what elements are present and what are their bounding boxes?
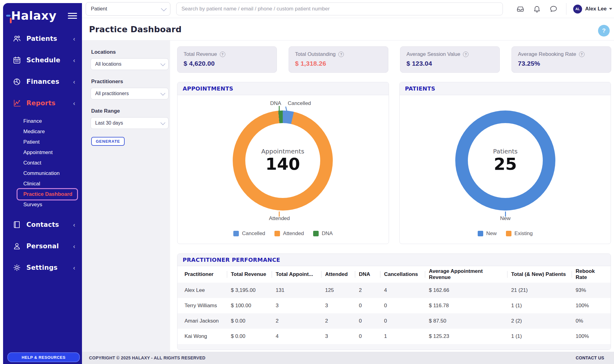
subnav-item-appointment[interactable]: Appointment xyxy=(3,147,82,158)
appointments-donut-chart: Appointments 140 xyxy=(233,110,333,211)
subnav-item-surveys[interactable]: Surveys xyxy=(3,199,82,210)
sidebar-item-finances[interactable]: Finances ‹ xyxy=(7,75,78,88)
help-button[interactable]: ? xyxy=(598,25,610,37)
chevron-down-icon xyxy=(161,61,165,66)
sidebar-item-patients[interactable]: Patients ‹ xyxy=(7,32,78,45)
sidebar-item-reports[interactable]: Reports ‹ xyxy=(7,96,78,110)
subnav-item-finance[interactable]: Finance xyxy=(3,116,82,126)
practitioners-select[interactable]: All practitioners xyxy=(91,88,169,99)
topbar-divider xyxy=(566,3,566,15)
subnav-item-label: Practice Dashboard xyxy=(23,191,72,197)
cell-attended: 2 xyxy=(325,318,359,324)
patients-center-label: Patients xyxy=(493,148,518,155)
cell-practitioner: Terry Williams xyxy=(185,303,231,309)
appointments-panel: APPOINTMENTS DNA Cancelled Appointments … xyxy=(177,82,389,244)
sidebar-item-label: Finances xyxy=(26,78,59,85)
chevron-down-icon xyxy=(161,120,165,125)
help-resources-button[interactable]: HELP & RESOURCES xyxy=(7,352,80,362)
legend-label: New xyxy=(486,230,497,237)
caret-down-icon xyxy=(609,8,612,10)
cancelled-callout-label: Cancelled xyxy=(282,100,316,106)
cell-avg-appointment-revenue: $ 162.66 xyxy=(429,287,511,293)
new-swatch-icon xyxy=(478,231,483,236)
help-circle-icon[interactable]: ? xyxy=(220,52,225,57)
existing-swatch-icon xyxy=(506,231,511,236)
cell-dna: 2 xyxy=(359,287,384,293)
stat-label: Total Outstanding xyxy=(295,51,336,57)
subnav-item-communication[interactable]: Communication xyxy=(3,168,82,179)
legend-item-new[interactable]: New xyxy=(478,230,497,237)
reports-icon xyxy=(12,99,21,108)
cell-practitioner: Amari Jackson xyxy=(185,318,231,324)
date-range-select[interactable]: Last 30 days xyxy=(91,117,169,129)
attended-swatch-icon xyxy=(274,231,280,236)
subnav-item-medicare[interactable]: Medicare xyxy=(3,126,82,137)
cell-total-appointments: 2 xyxy=(276,318,325,324)
legend-item-existing[interactable]: Existing xyxy=(506,230,533,237)
patients-donut-center: Patients 25 xyxy=(468,123,543,198)
subnav-item-contact[interactable]: Contact xyxy=(3,158,82,168)
cell-rebook-rate: 100% xyxy=(576,333,611,339)
legend-label: Cancelled xyxy=(242,230,265,237)
cell-dna: 0 xyxy=(359,303,384,309)
column-header: Cancellations xyxy=(384,271,429,277)
schedule-icon xyxy=(12,56,21,65)
cell-rebook-rate: 93% xyxy=(576,287,611,293)
search-input[interactable] xyxy=(181,6,498,12)
search-type-select[interactable]: Patient xyxy=(86,2,170,16)
cell-rebook-rate: 0% xyxy=(576,318,611,324)
subnav-item-practice-dashboard[interactable]: Practice Dashboard xyxy=(3,189,82,199)
sidebar-item-contacts[interactable]: Contacts ‹ xyxy=(7,218,78,231)
inbox-icon[interactable] xyxy=(516,5,524,13)
reports-subnav: Finance Medicare Patient Appointment Con… xyxy=(3,116,82,210)
patients-panel: PATIENTS Patients 25 New New Existing xyxy=(399,82,611,244)
legend-item-dna[interactable]: DNA xyxy=(313,230,333,237)
cell-practitioner: Kai Wong xyxy=(185,333,231,339)
sidebar-item-label: Reports xyxy=(26,99,56,107)
halaxy-logo[interactable]: Halaxy xyxy=(11,10,56,21)
subnav-item-patient[interactable]: Patient xyxy=(3,137,82,147)
legend-item-cancelled[interactable]: Cancelled xyxy=(233,230,265,237)
main-content: Total Revenue ? $ 4,620.00 Total Outstan… xyxy=(170,41,614,352)
practitioner-performance-panel: PRACTITIONER PERFORMANCE Practitioner To… xyxy=(177,254,611,350)
locations-value: All locations xyxy=(95,61,121,67)
sidebar-item-label: Schedule xyxy=(26,56,60,64)
chat-icon[interactable] xyxy=(550,5,558,13)
chevron-left-icon: ‹ xyxy=(73,79,75,85)
contact-us-link[interactable]: CONTACT US xyxy=(576,355,604,360)
user-menu[interactable]: AL Alex Lee xyxy=(573,5,612,14)
sidebar-item-personal[interactable]: Personal ‹ xyxy=(7,239,78,253)
cell-attended: 3 xyxy=(325,333,359,339)
patients-icon xyxy=(12,34,21,43)
generate-button[interactable]: GENERATE xyxy=(91,137,125,146)
stat-card-total-outstanding: Total Outstanding ? $ 1,318.26 xyxy=(289,46,388,73)
cell-attended: 125 xyxy=(325,287,359,293)
cell-total-new-patients: 2 (2) xyxy=(511,318,576,324)
sidebar-item-settings[interactable]: Settings ‹ xyxy=(7,261,78,274)
cell-cancellations: 0 xyxy=(384,318,429,324)
patients-panel-title: PATIENTS xyxy=(405,85,435,92)
notifications-bell-icon[interactable] xyxy=(533,5,541,13)
practitioner-performance-header: PRACTITIONER PERFORMANCE xyxy=(177,254,611,266)
legend-item-attended[interactable]: Attended xyxy=(274,230,304,237)
locations-select[interactable]: All locations xyxy=(91,58,169,70)
cell-total-revenue: $ 100.00 xyxy=(231,303,276,309)
copyright-text: COPYRIGHT © 2025 HALAXY - ALL RIGHTS RES… xyxy=(89,355,205,360)
legend-label: Existing xyxy=(515,230,533,237)
stat-value: $ 1,318.26 xyxy=(295,60,382,67)
help-circle-icon[interactable]: ? xyxy=(338,52,344,57)
subnav-item-clinical[interactable]: Clinical xyxy=(3,179,82,189)
cell-attended: 3 xyxy=(325,303,359,309)
table-row: Terry Williams $ 100.00 3 3 0 0 $ 116.78… xyxy=(177,298,611,313)
cell-avg-appointment-revenue: $ 125.23 xyxy=(429,333,511,339)
hamburger-menu-icon[interactable] xyxy=(68,11,77,20)
appointments-center-label: Appointments xyxy=(261,148,304,155)
settings-gear-icon xyxy=(12,263,21,272)
help-circle-icon[interactable]: ? xyxy=(579,52,585,57)
sidebar-item-schedule[interactable]: Schedule ‹ xyxy=(7,53,78,67)
column-header: Practitioner xyxy=(185,271,231,277)
help-circle-icon[interactable]: ? xyxy=(463,52,468,57)
cell-total-revenue: $ 0.00 xyxy=(231,318,276,324)
cell-total-revenue: $ 3,195.00 xyxy=(231,287,276,293)
chevron-left-icon: ‹ xyxy=(73,265,75,271)
